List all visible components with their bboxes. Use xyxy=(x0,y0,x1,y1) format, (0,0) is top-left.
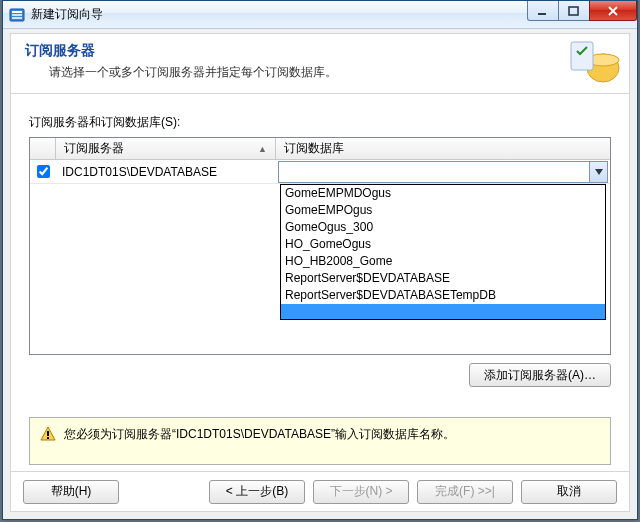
svg-rect-1 xyxy=(12,11,22,13)
next-button[interactable]: 下一步(N) > xyxy=(313,480,409,504)
finish-button[interactable]: 完成(F) >>| xyxy=(417,480,513,504)
db-combo[interactable]: GomeEMPMDOgusGomeEMPOgusGomeOgus_300HO_G… xyxy=(278,161,608,183)
row-db-cell: GomeEMPMDOgusGomeEMPOgusGomeOgus_300HO_G… xyxy=(276,160,610,183)
warning-panel: 您必须为订阅服务器“IDC1DT01S\DEVDATABASE”输入订阅数据库名… xyxy=(29,417,611,465)
subscription-grid: 订阅服务器 ▲ 订阅数据库 IDC1DT01S\DEVDATABASE xyxy=(29,137,611,355)
db-combo-button[interactable] xyxy=(589,162,607,182)
dropdown-item[interactable]: ReportServer$DEVDATABASETempDB xyxy=(281,287,605,304)
svg-rect-8 xyxy=(571,42,593,70)
svg-rect-9 xyxy=(47,431,49,436)
dropdown-item[interactable]: GomeOgus_300 xyxy=(281,219,605,236)
wizard-header: 订阅服务器 请选择一个或多个订阅服务器并指定每个订阅数据库。 xyxy=(11,34,629,94)
db-dropdown[interactable]: GomeEMPMDOgusGomeEMPOgusGomeOgus_300HO_G… xyxy=(280,184,606,320)
row-checkbox[interactable] xyxy=(37,165,50,178)
row-server: IDC1DT01S\DEVDATABASE xyxy=(56,160,276,183)
grid-header-db[interactable]: 订阅数据库 xyxy=(276,138,610,159)
row-check-cell xyxy=(30,160,56,183)
grid-row: IDC1DT01S\DEVDATABASE GomeEMPMDOgusGomeE… xyxy=(30,160,610,184)
svg-rect-2 xyxy=(12,14,22,16)
dropdown-item[interactable]: ReportServer$DEVDATABASE xyxy=(281,270,605,287)
maximize-button[interactable] xyxy=(558,1,590,21)
titlebar: 新建订阅向导 xyxy=(3,1,637,29)
svg-rect-3 xyxy=(12,17,22,19)
close-button[interactable] xyxy=(589,1,637,21)
help-button[interactable]: 帮助(H) xyxy=(23,480,119,504)
svg-rect-5 xyxy=(569,7,578,15)
sort-asc-icon: ▲ xyxy=(258,144,267,154)
page-subtitle: 请选择一个或多个订阅服务器并指定每个订阅数据库。 xyxy=(49,64,617,81)
dropdown-item[interactable]: HO_HB2008_Gome xyxy=(281,253,605,270)
wizard-window: 新建订阅向导 订阅服务器 请选择一个或多个订阅服务器并指定每个订阅数据库。 xyxy=(2,0,638,520)
add-server-button[interactable]: 添加订阅服务器(A)… xyxy=(469,363,611,387)
grid-header-check xyxy=(30,138,56,159)
wizard-hero-icon xyxy=(567,38,621,86)
app-icon xyxy=(9,7,25,23)
wizard-body: 订阅服务器和订阅数据库(S): 订阅服务器 ▲ 订阅数据库 xyxy=(11,96,629,395)
grid-header-db-label: 订阅数据库 xyxy=(284,140,344,157)
minimize-button[interactable] xyxy=(527,1,559,21)
svg-rect-4 xyxy=(538,13,546,15)
dropdown-item-selected[interactable] xyxy=(281,304,605,319)
warning-text: 您必须为订阅服务器“IDC1DT01S\DEVDATABASE”输入订阅数据库名… xyxy=(64,426,455,443)
grid-header: 订阅服务器 ▲ 订阅数据库 xyxy=(30,138,610,160)
grid-header-server[interactable]: 订阅服务器 ▲ xyxy=(56,138,276,159)
page-title: 订阅服务器 xyxy=(25,42,617,60)
grid-label: 订阅服务器和订阅数据库(S): xyxy=(29,114,611,131)
wizard-footer: 帮助(H) < 上一步(B) 下一步(N) > 完成(F) >>| 取消 xyxy=(11,471,629,511)
dropdown-item[interactable]: HO_GomeOgus xyxy=(281,236,605,253)
back-button[interactable]: < 上一步(B) xyxy=(209,480,305,504)
dropdown-item[interactable]: GomeEMPMDOgus xyxy=(281,185,605,202)
warning-icon xyxy=(40,426,56,442)
grid-header-server-label: 订阅服务器 xyxy=(64,140,124,157)
client-area: 订阅服务器 请选择一个或多个订阅服务器并指定每个订阅数据库。 订阅服务器和订阅数… xyxy=(10,33,630,512)
cancel-button[interactable]: 取消 xyxy=(521,480,617,504)
svg-rect-10 xyxy=(47,437,49,439)
dropdown-item[interactable]: GomeEMPOgus xyxy=(281,202,605,219)
